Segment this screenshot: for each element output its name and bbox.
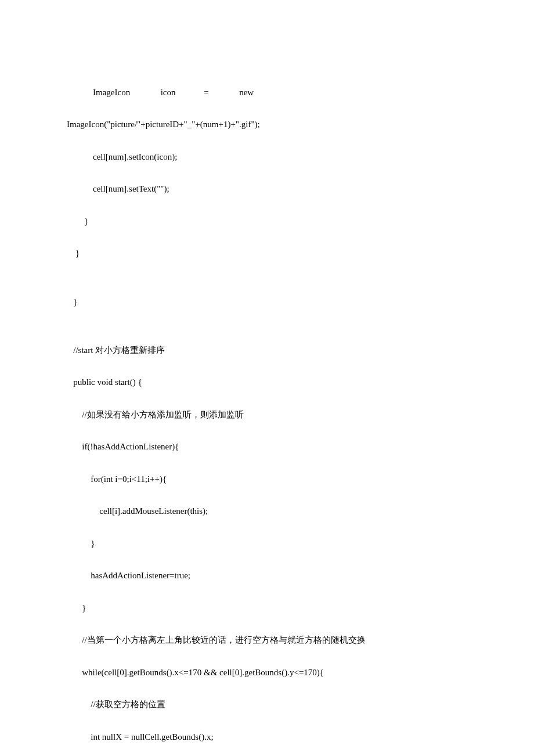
code-line: //当第一个小方格离左上角比较近的话，进行空方格与就近方格的随机交换 bbox=[67, 632, 467, 649]
code-line: cell[i].addMouseListener(this); bbox=[67, 503, 467, 520]
code-line: } bbox=[67, 214, 467, 230]
code-line: public void start() { bbox=[67, 375, 467, 391]
code-line: } bbox=[67, 600, 467, 617]
code-line: } bbox=[67, 246, 467, 262]
code-line: if(!hasAddActionListener){ bbox=[67, 439, 467, 455]
code-line: ImageIcon("picture/"+pictureID+"_"+(num+… bbox=[67, 117, 467, 133]
code-line: //如果没有给小方格添加监听，则添加监听 bbox=[67, 407, 467, 423]
code-line: for(int i=0;i<11;i++){ bbox=[67, 471, 467, 488]
code-line: ImageIcon icon = new bbox=[67, 85, 467, 101]
code-line: //获取空方格的位置 bbox=[67, 697, 467, 713]
code-line: } bbox=[67, 294, 467, 311]
code-line: hasAddActionListener=true; bbox=[67, 568, 467, 584]
code-line: //start 对小方格重新排序 bbox=[67, 343, 467, 359]
code-line: cell[num].setText(""); bbox=[67, 181, 467, 197]
code-line: while(cell[0].getBounds().x<=170 && cell… bbox=[67, 665, 467, 681]
code-line: } bbox=[67, 536, 467, 552]
document-page: ImageIcon icon = new ImageIcon("picture/… bbox=[0, 0, 534, 756]
code-line: int nullX = nullCell.getBounds().x; bbox=[67, 729, 467, 746]
code-line: cell[num].setIcon(icon); bbox=[67, 149, 467, 165]
